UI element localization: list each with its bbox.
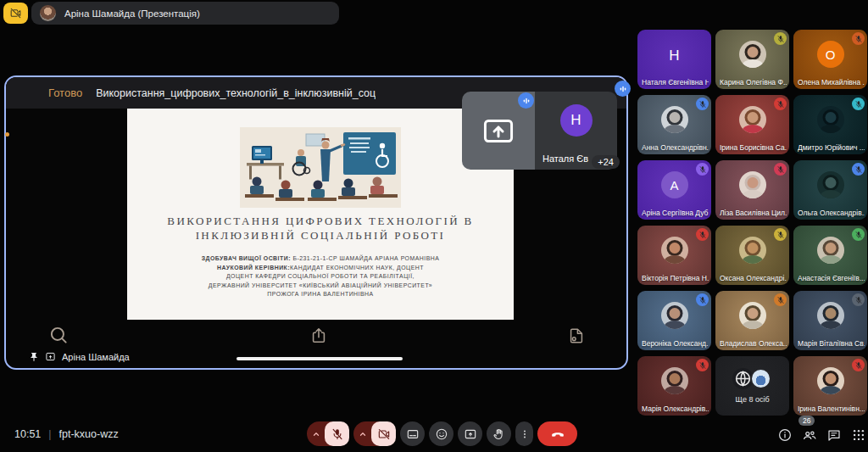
participant-tile[interactable]: Карина Олегівна Ф... bbox=[715, 30, 789, 89]
present-icon bbox=[464, 427, 477, 441]
share-icon[interactable] bbox=[309, 326, 328, 346]
captions-button[interactable] bbox=[400, 421, 425, 446]
mic-off-icon bbox=[698, 296, 707, 304]
more-participants-tile[interactable]: Ще 8 осіб bbox=[715, 356, 789, 416]
mic-off-badge bbox=[696, 228, 709, 241]
slide-body-line: ЗДОБУВАЧ ВИЩОЇ ОСВІТИ: Б-231-21-1-СР ШАМ… bbox=[134, 254, 507, 264]
avatar bbox=[661, 302, 688, 329]
mic-group bbox=[307, 421, 349, 446]
participant-tile[interactable]: Ольга Олександрів... bbox=[793, 160, 867, 220]
pip-overlay[interactable]: Н Наталя Єв +24 bbox=[462, 92, 617, 170]
camera-off-icon bbox=[9, 7, 22, 20]
pip-avatar: Н bbox=[560, 104, 593, 137]
avatar bbox=[661, 106, 688, 133]
participant-tile[interactable]: Владислав Олекса... bbox=[715, 291, 789, 350]
participant-tile[interactable]: ООлена Михайлівна ... bbox=[793, 30, 867, 89]
avatar bbox=[817, 171, 844, 198]
present-frame-icon bbox=[480, 115, 517, 147]
participant-tile[interactable]: Марія Олександрів... bbox=[637, 356, 711, 416]
meet-window: Аріна Шамайда (Презентація) Готово Викор… bbox=[0, 0, 868, 452]
mic-off-badge bbox=[774, 228, 787, 241]
participant-tile[interactable]: Марія Віталіївна Св... bbox=[793, 291, 867, 350]
markup-pen-icon[interactable] bbox=[567, 326, 586, 346]
participant-name: Анастасія Євгеніїв... bbox=[798, 274, 865, 282]
mic-off-icon bbox=[776, 296, 785, 304]
panel-dock: 26 bbox=[772, 427, 861, 442]
apps-icon bbox=[851, 427, 866, 443]
avatar bbox=[817, 367, 844, 394]
participant-name: Дмитро Юрійович ... bbox=[798, 143, 865, 152]
people-panel-button[interactable]: 26 bbox=[797, 427, 812, 442]
mic-off-icon bbox=[854, 361, 863, 370]
info-icon bbox=[777, 427, 793, 443]
mic-off-icon bbox=[776, 231, 785, 239]
chat-panel-button[interactable] bbox=[821, 427, 837, 442]
mic-off-icon bbox=[776, 165, 785, 174]
leave-call-button[interactable] bbox=[537, 421, 577, 446]
clock: 10:51 bbox=[14, 428, 41, 440]
mic-toggle-muted-button[interactable] bbox=[325, 421, 349, 446]
present-screen-button[interactable] bbox=[458, 421, 482, 446]
presenting-now-pill[interactable]: Аріна Шамайда (Презентація) bbox=[31, 2, 339, 25]
participant-tile[interactable]: Вероніка Олександ... bbox=[637, 291, 711, 350]
done-button[interactable]: Готово bbox=[48, 86, 82, 99]
mic-options-button[interactable] bbox=[307, 421, 325, 446]
mic-off-badge bbox=[774, 163, 787, 176]
participant-tile[interactable]: Дмитро Юрійович ... bbox=[793, 95, 867, 154]
avatar bbox=[750, 368, 771, 389]
participant-name: Вікторія Петрівна Н... bbox=[642, 274, 709, 282]
reactions-button[interactable] bbox=[429, 421, 453, 446]
slide-body: ЗДОБУВАЧ ВИЩОЇ ОСВІТИ: Б-231-21-1-СР ШАМ… bbox=[134, 254, 507, 299]
mic-off-icon bbox=[776, 100, 785, 109]
slide-body-line: ДЕРЖАВНИЙ УНІВЕРСИТЕТ «КИЇВСЬКИЙ АВІАЦІЙ… bbox=[134, 282, 507, 291]
more-options-button[interactable] bbox=[515, 421, 533, 446]
mic-off-badge bbox=[852, 32, 865, 45]
participant-tile[interactable]: Ірина Валентинівн... bbox=[793, 356, 867, 416]
pip-speaker-tile[interactable]: Н Наталя Єв +24 bbox=[535, 92, 617, 170]
camera-options-button[interactable] bbox=[353, 421, 371, 446]
mic-off-badge bbox=[852, 293, 865, 306]
mic-off-badge bbox=[696, 98, 709, 110]
camera-toggle-off-button[interactable] bbox=[371, 421, 396, 446]
participant-name: Ірина Валентинівн... bbox=[798, 405, 865, 413]
participant-name: Карина Олегівна Ф... bbox=[720, 78, 787, 86]
pin-icon[interactable] bbox=[29, 352, 39, 362]
activities-panel-button[interactable] bbox=[846, 427, 861, 442]
avatar-letter: Н bbox=[637, 47, 711, 64]
avatar bbox=[739, 41, 766, 68]
participant-tile[interactable]: Ірина Борисівна Са... bbox=[715, 95, 789, 154]
search-icon[interactable] bbox=[47, 324, 70, 346]
more-participants-label: Ще 8 осіб bbox=[715, 395, 789, 404]
avatar bbox=[739, 106, 766, 133]
hand-icon bbox=[492, 427, 506, 441]
cam-off-icon bbox=[377, 427, 391, 441]
participant-tile[interactable]: Анна Олександрівн... bbox=[637, 95, 711, 154]
participant-tile[interactable]: Вікторія Петрівна Н... bbox=[637, 226, 711, 285]
participant-tile[interactable]: Ліза Василівна Цил... bbox=[715, 160, 789, 220]
participant-tile[interactable]: Анастасія Євгеніїв... bbox=[793, 226, 867, 285]
participants-grid: ННаталя Євгеніївна Н...Карина Олегівна Ф… bbox=[637, 30, 867, 416]
mic-off-icon bbox=[698, 165, 707, 174]
people-icon bbox=[802, 427, 817, 443]
slide: ВИКОРИСТАННЯ ЦИФРОВИХ ТЕХНОЛОГІЙ В ІНКЛЮ… bbox=[127, 109, 514, 320]
self-camera-off-tile[interactable] bbox=[3, 3, 28, 24]
participant-name: Наталя Євгеніївна Н... bbox=[642, 78, 709, 86]
avatar: А bbox=[661, 171, 688, 198]
slide-title: ВИКОРИСТАННЯ ЦИФРОВИХ ТЕХНОЛОГІЙ В ІНКЛЮ… bbox=[127, 214, 514, 243]
mic-off-badge bbox=[696, 293, 709, 306]
mic-off-icon bbox=[854, 100, 863, 109]
participant-name: Вероніка Олександ... bbox=[642, 339, 709, 348]
mic-off-badge bbox=[852, 98, 865, 110]
participant-tile[interactable]: Оксана Олександрі... bbox=[715, 226, 789, 285]
meeting-details-button[interactable] bbox=[772, 427, 787, 442]
mic-off-icon bbox=[854, 165, 863, 174]
raise-hand-button[interactable] bbox=[487, 421, 511, 446]
presenting-icon bbox=[45, 351, 56, 362]
participant-tile[interactable]: ННаталя Євгеніївна Н... bbox=[637, 30, 711, 89]
more-vert-icon bbox=[519, 428, 531, 440]
tile-audio-playing-icon bbox=[615, 81, 631, 97]
avatar bbox=[739, 237, 766, 264]
participant-tile[interactable]: ААріна Сергіївна Дуб... bbox=[637, 160, 711, 220]
slide-body-line: ПРОЖОГА ІРИНА ВАЛЕНТИНІВНА bbox=[134, 290, 507, 299]
participants-count-badge: 26 bbox=[798, 416, 815, 426]
